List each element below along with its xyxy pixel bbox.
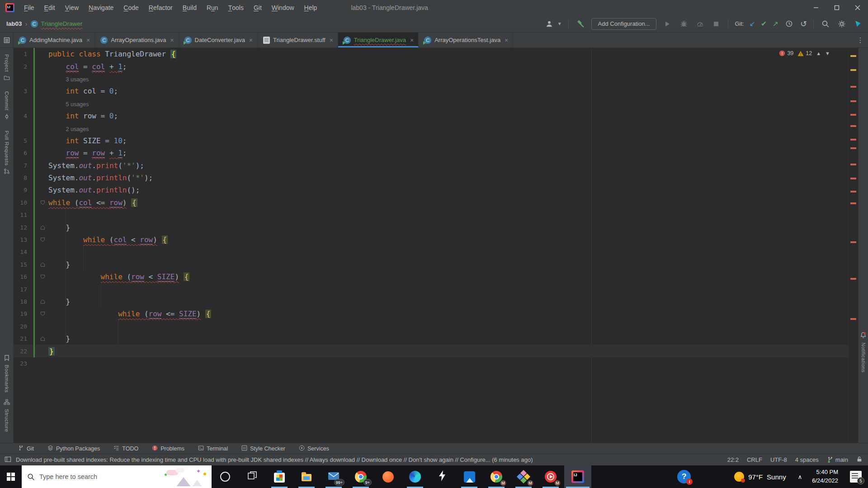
stripe-button-bookmarks[interactable]: Bookmarks <box>4 355 9 393</box>
chrome-profile-taskbar-icon[interactable]: M <box>483 465 510 488</box>
learn-ide-icon[interactable] <box>853 19 863 29</box>
add-configuration-button[interactable]: Add Configuration... <box>591 18 657 30</box>
orange-app-taskbar-icon[interactable] <box>374 465 401 488</box>
taskbar-search[interactable]: ✦ <box>22 465 212 488</box>
chrome-taskbar-icon[interactable]: 9+ <box>347 465 374 488</box>
close-tab-icon[interactable]: × <box>170 37 174 44</box>
stripe-mark[interactable] <box>850 241 856 243</box>
action-center-icon[interactable]: 5 <box>850 471 863 483</box>
close-tab-icon[interactable]: × <box>86 37 90 44</box>
prev-problem-icon[interactable]: ▲ <box>816 51 821 56</box>
stripe-mark[interactable] <box>850 125 856 127</box>
run-icon[interactable] <box>662 19 673 29</box>
menu-help[interactable]: Help <box>299 0 322 15</box>
task-view-taskbar-icon[interactable] <box>239 465 266 488</box>
tool-window-button-git[interactable]: Git <box>18 445 34 452</box>
close-tab-icon[interactable]: × <box>249 37 253 44</box>
stop-icon[interactable] <box>711 19 722 29</box>
fold-marker[interactable] <box>38 237 47 242</box>
rollback-icon[interactable]: ↺ <box>800 20 807 28</box>
file-explorer-taskbar-icon[interactable] <box>293 465 320 488</box>
profiler-icon[interactable] <box>694 19 705 29</box>
stripe-mark[interactable] <box>850 147 856 149</box>
search-input[interactable] <box>39 473 152 480</box>
history-clock-icon[interactable] <box>784 19 795 29</box>
edge-taskbar-icon[interactable] <box>401 465 429 488</box>
menu-navigate[interactable]: Navigate <box>84 0 118 15</box>
menu-refactor[interactable]: Refactor <box>144 0 178 15</box>
menu-edit[interactable]: Edit <box>39 0 60 15</box>
minimize-button[interactable] <box>806 0 826 15</box>
tool-window-button-terminal[interactable]: Terminal <box>198 445 228 452</box>
debug-icon[interactable] <box>678 19 689 29</box>
tool-window-button-services[interactable]: Services <box>299 445 329 452</box>
tool-window-button-python-packages[interactable]: Python Packages <box>47 445 100 452</box>
lightning-app-taskbar-icon[interactable] <box>429 465 456 488</box>
caret-position[interactable]: 22:2 <box>727 456 739 463</box>
git-push-icon[interactable]: ↗ <box>773 20 778 28</box>
settings-gear-icon[interactable] <box>836 19 847 29</box>
tab-TriangleDrawer.stuff[interactable]: TriangleDrawer.stuff× <box>258 33 338 47</box>
tool-window-switcher-icon[interactable] <box>5 456 11 464</box>
stripe-button-commit[interactable]: Commit <box>4 91 10 121</box>
fold-marker[interactable] <box>38 200 47 205</box>
tab-options-icon[interactable] <box>0 33 14 47</box>
stripe-mark[interactable] <box>850 55 856 57</box>
stripe-mark[interactable] <box>850 178 856 179</box>
menu-build[interactable]: Build <box>178 0 202 15</box>
notifications-bell-icon[interactable] <box>860 332 867 339</box>
tab-AddingMachine.java[interactable]: CAddingMachine.java× <box>14 33 95 47</box>
tool-window-button-todo[interactable]: TODO <box>113 445 138 452</box>
stripe-mark[interactable] <box>850 318 856 320</box>
menu-file[interactable]: File <box>19 0 39 15</box>
fold-marker[interactable] <box>38 262 47 267</box>
diagram-app-taskbar-icon[interactable]: M <box>510 465 537 488</box>
stripe-mark[interactable] <box>850 191 856 192</box>
search-everywhere-icon[interactable] <box>820 19 831 29</box>
start-button[interactable] <box>0 465 22 488</box>
error-stripe[interactable] <box>848 48 858 443</box>
menu-tools[interactable]: Tools <box>223 0 249 15</box>
tool-window-button-problems[interactable]: Problems <box>152 445 184 452</box>
indent-style[interactable]: 4 spaces <box>795 456 819 463</box>
breadcrumb-class[interactable]: TriangleDrawer <box>41 20 83 27</box>
weather-widget[interactable]: 97°F Sunny <box>734 472 786 482</box>
build-hammer-icon[interactable] <box>575 19 586 29</box>
stripe-mark[interactable] <box>850 100 856 102</box>
fold-marker[interactable] <box>38 274 47 279</box>
usages-hint[interactable]: 5 usages <box>48 99 89 108</box>
fold-marker[interactable] <box>38 299 47 304</box>
tab-ArrayOperationsTest.java[interactable]: CArrayOperationsTest.java× <box>419 33 513 47</box>
stripe-mark[interactable] <box>850 114 856 116</box>
ytmusic-taskbar-icon[interactable]: M <box>537 465 564 488</box>
line-separator[interactable]: CRLF <box>747 456 762 463</box>
stripe-mark[interactable] <box>850 139 856 141</box>
stripe-mark[interactable] <box>850 164 856 165</box>
clock-widget[interactable]: 5:40 PM 6/24/2022 <box>812 468 838 485</box>
cortana-taskbar-icon[interactable] <box>212 465 239 488</box>
close-tab-icon[interactable]: × <box>410 37 414 44</box>
code-editor[interactable]: 1public class TriangleDrawer {2 col = co… <box>14 48 848 443</box>
fold-marker[interactable] <box>38 336 47 341</box>
stripe-mark[interactable] <box>850 202 856 204</box>
menu-window[interactable]: Window <box>267 0 299 15</box>
fold-marker[interactable] <box>38 311 47 316</box>
lock-icon[interactable] <box>856 456 863 464</box>
maximize-button[interactable] <box>826 0 847 15</box>
git-branch-widget[interactable]: main <box>827 456 848 463</box>
close-tab-icon[interactable]: × <box>330 37 333 44</box>
breadcrumb-project[interactable]: lab03 <box>6 20 22 27</box>
close-tab-icon[interactable]: × <box>505 37 508 44</box>
stripe-button-pull-requests[interactable]: Pull Requests <box>4 131 10 175</box>
menu-view[interactable]: View <box>60 0 84 15</box>
menu-code[interactable]: Code <box>118 0 143 15</box>
help-tray-icon[interactable]: ? <box>677 470 691 483</box>
next-problem-icon[interactable]: ▼ <box>825 51 830 56</box>
intellij-taskbar-icon[interactable] <box>564 465 591 488</box>
menu-run[interactable]: Run <box>202 0 223 15</box>
tab-ArrayOperations.java[interactable]: CArrayOperations.java× <box>95 33 179 47</box>
photos-taskbar-icon[interactable] <box>456 465 483 488</box>
stripe-mark[interactable] <box>850 86 856 88</box>
mail-taskbar-icon[interactable]: 99+ <box>320 465 347 488</box>
close-button[interactable] <box>847 0 868 15</box>
